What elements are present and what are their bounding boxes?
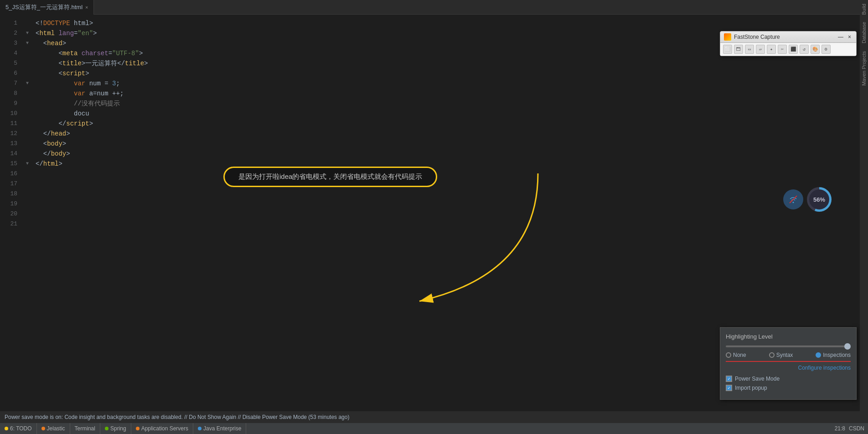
fs-tool-7[interactable]: ⬛ [789,45,798,54]
code-line-7: <script> [36,68,860,78]
wifi-battery-area: 56% [783,187,832,212]
faststone-window: FastStone Capture — × ⬜ 🗔 ▭ ▱ ✦ ✂ ⬛ ↺ 🎨 … [720,31,857,56]
code-line-9: var num = 3; [36,78,860,89]
encoding-label: CSDN [849,425,864,432]
code-line-21: </html> [36,159,860,169]
tab-bar: 5_JS运算符_一元运算符.html × [0,0,860,15]
import-popup-checkbox[interactable] [726,385,732,391]
status-todo-label: 6: TODO [10,425,32,432]
faststone-minimize-button[interactable]: — [837,34,845,40]
code-line-15: </script> [36,119,860,129]
tab-label: 5_JS运算符_一元运算符.html [5,3,83,11]
line-numbers: 1 2 3 4 5 6 7 8 9 10 11 12 13 14 15 16 1… [0,15,23,434]
hl-inspections-label: Inspections [823,352,851,358]
todo-dot [5,427,8,430]
right-tab-build[interactable]: Build [860,0,868,18]
power-save-label: Power Save Mode [735,376,780,382]
code-line-1: <!DOCTYPE html> [36,18,860,28]
status-bar: 6: TODO Jelastic Terminal Spring Applica… [0,423,868,434]
hl-none-radio[interactable] [726,352,731,358]
code-line-5: <title>一元运算符</title> [36,58,860,68]
spring-dot [105,427,108,430]
fold-gutter: ▼ ▼ ▼ ▼ [23,15,32,434]
active-tab[interactable]: 5_JS运算符_一元运算符.html × [0,0,94,15]
status-jelastic-label: Jelastic [47,425,65,432]
faststone-app-icon [724,33,731,41]
code-line-12: //没有代码提示 [36,99,860,109]
code-line-20: </body> [36,149,860,159]
wifi-icon [783,189,803,209]
faststone-title-bar[interactable]: FastStone Capture — × [720,31,856,43]
right-sidebar: Build Database Maven Projects [860,0,868,434]
fs-tool-8[interactable]: ↺ [800,45,809,54]
highlighting-slider[interactable] [726,345,851,347]
configure-inspections-link[interactable]: Configure inspections [726,365,851,371]
highlighting-title: Highlighting Level [726,333,851,340]
power-save-checkbox[interactable] [726,376,732,382]
highlighting-level-popup[interactable]: Highlighting Level None Syntax Inspectio… [720,327,857,400]
fs-tool-2[interactable]: 🗔 [734,45,743,54]
right-tab-maven[interactable]: Maven Projects [860,47,868,89]
java-enterprise-dot [198,427,202,430]
fs-tool-4[interactable]: ▱ [756,45,765,54]
status-app-servers-label: Application Servers [141,425,188,432]
status-spring-label: Spring [110,425,126,432]
fs-tool-3[interactable]: ▭ [745,45,754,54]
faststone-title-label: FastStone Capture [734,34,780,40]
code-line-17: </head> [36,129,860,139]
status-terminal-label: Terminal [75,425,95,432]
hl-syntax-radio[interactable] [769,352,775,358]
bubble-text: 是因为打开啦idea的省电模式，关闭省电模式就会有代码提示 [223,167,437,187]
hl-none-option[interactable]: None [726,352,746,358]
info-bar: Power save mode is on: Code insight and … [0,411,868,423]
import-popup-row: Import popup [726,385,851,391]
status-java-enterprise-label: Java Enterprise [203,425,241,432]
highlighting-options: None Syntax Inspections [726,352,851,358]
info-text: Power save mode is on: Code insight and … [5,414,349,420]
battery-percent: 56% [809,189,829,209]
hl-inspections-radio[interactable] [816,352,821,358]
fs-tool-5[interactable]: ✦ [767,45,776,54]
hl-inspections-option[interactable]: Inspections [816,352,851,358]
import-popup-label: Import popup [735,385,767,391]
hl-active-underline [726,361,851,362]
status-todo[interactable]: 6: TODO [0,423,37,434]
hl-syntax-option[interactable]: Syntax [769,352,793,358]
faststone-toolbar: ⬜ 🗔 ▭ ▱ ✦ ✂ ⬛ ↺ 🎨 ⚙ [720,43,856,56]
battery-indicator: 56% [807,187,832,212]
right-tab-database[interactable]: Database [860,18,868,47]
slider-thumb[interactable] [844,343,851,350]
tab-close-button[interactable]: × [85,5,88,10]
fs-tool-6[interactable]: ✂ [778,45,787,54]
status-spring[interactable]: Spring [100,423,131,434]
hl-none-label: None [733,352,746,358]
jelastic-dot [41,427,45,430]
fs-tool-1[interactable]: ⬜ [723,45,732,54]
faststone-close-button[interactable]: × [847,34,852,40]
hl-syntax-label: Syntax [776,352,793,358]
status-terminal[interactable]: Terminal [70,423,100,434]
code-line-13: docu [36,109,860,119]
status-jelastic[interactable]: Jelastic [37,423,70,434]
cursor-position: 21:8 [835,425,845,432]
status-app-servers[interactable]: Application Servers [131,423,193,434]
code-line-10: var a=num ++; [36,89,860,99]
status-right-area: 21:8 CSDN [835,425,868,432]
code-line-18: <body> [36,139,860,149]
status-java-enterprise[interactable]: Java Enterprise [193,423,246,434]
app-servers-dot [136,427,140,430]
annotation-bubble: 是因为打开啦idea的省电模式，关闭省电模式就会有代码提示 [223,167,437,187]
fs-tool-9[interactable]: 🎨 [811,45,820,54]
power-save-row: Power Save Mode [726,376,851,382]
fs-tool-10[interactable]: ⚙ [822,45,831,54]
